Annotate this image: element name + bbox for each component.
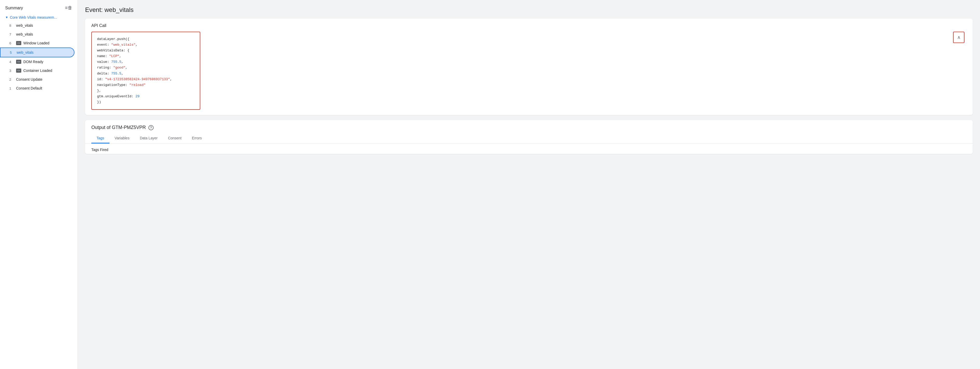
tab-data-layer[interactable]: Data Layer — [135, 134, 163, 143]
tab-consent[interactable]: Consent — [163, 134, 186, 143]
sidebar-header: Summary ≡🗑 — [0, 3, 78, 14]
code-string-value: "reload" — [129, 83, 146, 87]
api-call-title: API Call — [85, 19, 973, 32]
code-plain-text: navigationType: — [97, 83, 129, 87]
code-icon: <> — [16, 60, 21, 64]
api-call-card: API Call dataLayer.push({ event: "web_vi… — [85, 19, 973, 115]
code-line: rating: "good", — [97, 65, 195, 71]
main-content: Event: web_vitals API Call dataLayer.pus… — [78, 0, 980, 369]
tags-fired-label: Tags Fired — [85, 143, 973, 154]
output-card: Output of GTM-PMZ5VPR ? TagsVariablesDat… — [85, 120, 973, 154]
sidebar-section-core-web-vitals[interactable]: ▼ Core Web Vitals measurem... — [0, 14, 78, 21]
code-icon: <> — [16, 68, 21, 73]
code-line: event: "web_vitals", — [97, 42, 195, 48]
item-number: 6 — [10, 41, 14, 45]
item-number: 3 — [10, 69, 14, 73]
code-string-value: "LCP" — [109, 54, 119, 58]
code-line: navigationType: "reload" — [97, 82, 195, 88]
sidebar-title: Summary — [5, 6, 23, 10]
tabs-bar: TagsVariablesData LayerConsentErrors — [85, 134, 973, 143]
tab-variables[interactable]: Variables — [110, 134, 135, 143]
item-label: DOM Ready — [23, 60, 43, 64]
sidebar-item-window-loaded-6[interactable]: 6<>Window Loaded — [0, 39, 75, 48]
code-line: webVitalsData: { — [97, 48, 195, 54]
api-call-container: dataLayer.push({ event: "web_vitals", we… — [85, 32, 973, 115]
code-plain-text: }, — [97, 89, 101, 93]
code-line: id: "v4-1723538582424-9497606937133", — [97, 76, 195, 82]
code-plain-text: event: — [97, 43, 111, 47]
sidebar: Summary ≡🗑 ▼ Core Web Vitals measurem...… — [0, 0, 78, 369]
sidebar-items-list: 8web_vitals7web_vitals6<>Window Loaded5w… — [0, 21, 78, 93]
code-line: }, — [97, 88, 195, 94]
sidebar-item-web-vitals-5[interactable]: 5web_vitals — [0, 48, 75, 57]
filter-icon[interactable]: ≡🗑 — [65, 5, 72, 11]
code-line: gtm.uniqueEventId: 29 — [97, 94, 195, 99]
code-punctuation: , — [121, 60, 124, 64]
chevron-up-icon: ∧ — [957, 35, 961, 40]
code-plain-text: value: — [97, 60, 111, 64]
item-number: 2 — [10, 78, 14, 81]
code-string-value: "v4-1723538582424-9497606937133" — [105, 77, 170, 81]
sidebar-item-web-vitals-7[interactable]: 7web_vitals — [0, 30, 75, 39]
code-line: }) — [97, 99, 195, 105]
code-line: dataLayer.push({ — [97, 36, 195, 42]
output-title-text: Output of GTM-PMZ5VPR — [91, 125, 146, 130]
sidebar-section-label: Core Web Vitals measurem... — [10, 15, 57, 19]
code-string-value: "web_vitals" — [111, 43, 136, 47]
item-label: web_vitals — [16, 32, 33, 36]
code-plain-text: delta: — [97, 72, 111, 76]
sidebar-item-consent-update-2[interactable]: 2Consent Update — [0, 75, 75, 84]
help-icon[interactable]: ? — [148, 125, 154, 130]
tab-tags[interactable]: Tags — [91, 134, 110, 143]
code-punctuation: , — [119, 54, 121, 58]
code-line: delta: 755.5, — [97, 71, 195, 76]
code-plain-text: }) — [97, 100, 101, 104]
code-number-value: 755.5 — [111, 60, 121, 64]
code-icon: <> — [16, 41, 21, 45]
code-string-value: "good" — [113, 66, 125, 70]
code-line: name: "LCP", — [97, 54, 195, 59]
sidebar-item-container-loaded-3[interactable]: 3<>Container Loaded — [0, 66, 75, 75]
code-number-value: 755.5 — [111, 72, 121, 76]
code-line: value: 755.5, — [97, 59, 195, 65]
code-block: dataLayer.push({ event: "web_vitals", we… — [91, 32, 200, 110]
code-plain-text: rating: — [97, 66, 113, 70]
code-plain-text: id: — [97, 77, 105, 81]
item-label: Window Loaded — [23, 41, 49, 45]
item-number: 7 — [10, 32, 14, 36]
chevron-down-icon: ▼ — [5, 16, 8, 19]
code-plain-text: dataLayer.push({ — [97, 37, 129, 41]
item-label: web_vitals — [16, 23, 33, 27]
sidebar-item-consent-default-1[interactable]: 1Consent Default — [0, 84, 75, 93]
code-plain-text: webVitalsData: { — [97, 49, 129, 52]
tab-errors[interactable]: Errors — [187, 134, 207, 143]
item-number: 8 — [10, 24, 14, 27]
item-number: 4 — [10, 60, 14, 64]
code-punctuation: , — [135, 43, 137, 47]
code-plain-text: name: — [97, 54, 109, 58]
expand-button-container: ∧ — [951, 32, 967, 43]
expand-button[interactable]: ∧ — [953, 32, 964, 43]
sidebar-item-web-vitals-8[interactable]: 8web_vitals — [0, 21, 75, 30]
item-number: 1 — [10, 86, 14, 90]
code-punctuation: , — [170, 77, 172, 81]
page-title: Event: web_vitals — [85, 6, 973, 13]
item-label: Container Loaded — [23, 68, 52, 73]
sidebar-item-dom-ready-4[interactable]: 4<>DOM Ready — [0, 57, 75, 66]
code-punctuation: , — [121, 72, 124, 76]
item-number: 5 — [10, 51, 14, 54]
item-label: Consent Update — [16, 77, 42, 81]
item-label: Consent Default — [16, 86, 42, 90]
code-number-value: 29 — [135, 94, 140, 99]
output-card-title: Output of GTM-PMZ5VPR ? — [85, 120, 973, 130]
code-punctuation: , — [125, 66, 127, 70]
code-plain-text: gtm.uniqueEventId: — [97, 94, 135, 99]
item-label: web_vitals — [17, 50, 33, 54]
